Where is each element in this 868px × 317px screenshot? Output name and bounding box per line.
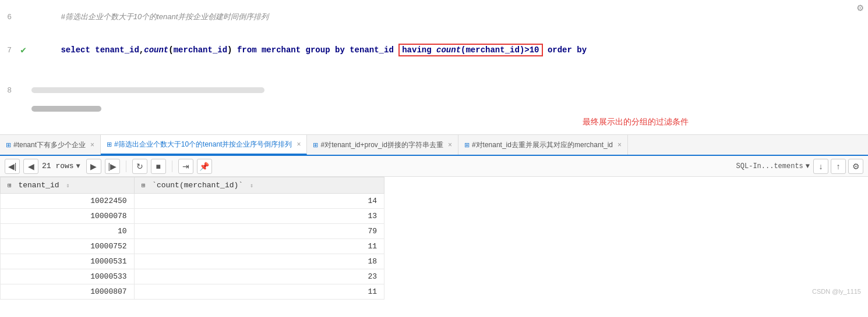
result-table: ⊞ tenant_id ⇕ ⊞ `count(merchant_id)` ⇕ 1…: [0, 177, 384, 300]
bookmark-button[interactable]: 📌: [197, 159, 212, 174]
table-row[interactable]: 1002245014: [1, 194, 384, 209]
paren1: (: [168, 45, 173, 55]
pin-button[interactable]: ⇥: [178, 159, 193, 174]
number-10: 10: [530, 45, 539, 55]
keyword-by: by: [335, 45, 350, 55]
cell-count-6: 11: [134, 284, 384, 300]
having-clause: having count(merchant_id)>10: [398, 44, 542, 56]
table-row[interactable]: 1000007813: [1, 209, 384, 224]
tab-1-icon: ⊞: [107, 141, 112, 148]
toolbar-right-icons: ↓ ↑ ⚙: [813, 159, 863, 174]
watermark: CSDN @ly_1115: [812, 288, 861, 295]
line-number-8: 8: [0, 86, 17, 95]
col-header-count[interactable]: ⊞ `count(merchant_id)` ⇕: [134, 177, 384, 194]
nav-last-button[interactable]: |▶: [105, 159, 120, 174]
keyword-select: select: [61, 45, 95, 55]
nav-prev-button[interactable]: ◀: [23, 159, 38, 174]
cell-count-4: 18: [134, 254, 384, 269]
tab-2-icon: ⊞: [313, 141, 318, 149]
tab-0-close[interactable]: ×: [90, 141, 94, 149]
nav-next-button[interactable]: ▶: [86, 159, 101, 174]
tab-2-label: #对tenant_id+prov_id拼接的字符串去重: [320, 140, 443, 150]
rows-count-text: 21 rows: [42, 162, 74, 170]
cell-tenant-id-2: 10: [1, 224, 135, 239]
tab-2-close[interactable]: ×: [448, 141, 452, 149]
annotation-area: 最终展示出的分组的过滤条件: [0, 114, 868, 134]
toolbar-sep-2: [172, 161, 172, 172]
tab-3-label: #对tenant_id去重并展示其对应的merchant_id: [472, 140, 613, 150]
line-content-8: [29, 67, 868, 113]
rows-count-badge: 21 rows ▼: [42, 162, 80, 170]
line-number-7: 7: [0, 46, 17, 55]
refresh-button[interactable]: ↻: [132, 159, 147, 174]
stop-button[interactable]: ■: [151, 159, 166, 174]
sql-label: SQL-In...tements ▼: [736, 162, 810, 170]
col-icon-count: ⊞: [142, 182, 146, 189]
table-merchant: merchant: [262, 45, 306, 55]
table-row[interactable]: 1000075211: [1, 239, 384, 254]
code-line-8: 8: [0, 66, 868, 114]
download-button[interactable]: ↓: [813, 159, 828, 174]
result-tabs: ⊞ #tenant下有多少个企业 × ⊞ #筛选出企业个数大于10个的tenan…: [0, 135, 868, 156]
check-icon: ✔: [20, 44, 26, 56]
comma1: ,: [139, 45, 144, 55]
horizontal-scrollbar[interactable]: [31, 87, 264, 93]
paren2: ): [227, 45, 237, 55]
sql-label-arrow[interactable]: ▼: [806, 162, 810, 170]
line-content-7[interactable]: select tenant_id,count(merchant_id) from…: [29, 35, 868, 65]
code-line-7: 7 ✔ select tenant_id,count(merchant_id) …: [0, 34, 868, 66]
cell-tenant-id-0: 10022450: [1, 194, 135, 209]
code-editor: 6 #筛选出企业个数大于10个的tenant并按企业创建时间倒序排列 7 ✔ s…: [0, 0, 868, 135]
table-row[interactable]: 1000053118: [1, 254, 384, 269]
cell-count-3: 11: [134, 239, 384, 254]
keyword-order: order by: [543, 45, 587, 55]
tab-2[interactable]: ⊞ #对tenant_id+prov_id拼接的字符串去重 ×: [307, 135, 458, 155]
cell-count-2: 79: [134, 224, 384, 239]
keyword-group: group: [306, 45, 335, 55]
rows-dropdown-arrow[interactable]: ▼: [76, 162, 80, 170]
toolbar-sep-1: [126, 161, 126, 172]
col-header-tenant-id[interactable]: ⊞ tenant_id ⇕: [1, 177, 135, 194]
line-content-6[interactable]: #筛选出企业个数大于10个的tenant并按企业创建时间倒序排列: [29, 1, 868, 33]
sql-label-text: SQL-In...tements: [736, 162, 803, 170]
col-label-tenant-id: tenant_id: [18, 181, 59, 190]
col-label-count: `count(merchant_id)`: [152, 181, 243, 190]
cell-count-0: 14: [134, 194, 384, 209]
field-tenant-id: tenant_id: [95, 45, 139, 55]
field-tenant-id-2: tenant_id: [350, 45, 398, 55]
keyword-having: having: [402, 45, 436, 55]
col-icon-tenant-id: ⊞: [8, 182, 12, 189]
editor-settings-icon[interactable]: ⚙: [857, 1, 863, 14]
tab-3[interactable]: ⊞ #对tenant_id去重并展示其对应的merchant_id ×: [458, 135, 628, 155]
field-merchant-id-2: merchant_id: [465, 45, 519, 55]
nav-first-button[interactable]: ◀|: [5, 159, 20, 174]
comment-6: #筛选出企业个数大于10个的tenant并按企业创建时间倒序排列: [61, 12, 269, 21]
tab-3-icon: ⊞: [464, 141, 470, 149]
tab-0[interactable]: ⊞ #tenant下有多少个企业 ×: [0, 135, 101, 155]
scrollbar-thumb[interactable]: [31, 106, 101, 112]
annotation-text: 最终展示出的分组的过滤条件: [583, 117, 689, 127]
tab-0-label: #tenant下有多少个企业: [13, 140, 86, 150]
line-number-6: 6: [0, 13, 17, 22]
cell-tenant-id-3: 10000752: [1, 239, 135, 254]
cell-count-5: 23: [134, 269, 384, 284]
tab-1[interactable]: ⊞ #筛选出企业个数大于10个的tenant并按企业序号倒序排列 ×: [101, 135, 307, 155]
cell-tenant-id-1: 10000078: [1, 209, 135, 224]
result-toolbar: ◀| ◀ 21 rows ▼ ▶ |▶ ↻ ■ ⇥ 📌 SQL-In...tem…: [0, 156, 868, 177]
table-row[interactable]: 1000053323: [1, 269, 384, 284]
result-table-container: ⊞ tenant_id ⇕ ⊞ `count(merchant_id)` ⇕ 1…: [0, 177, 868, 300]
settings-button[interactable]: ⚙: [848, 159, 863, 174]
code-line-6: 6 #筛选出企业个数大于10个的tenant并按企业创建时间倒序排列: [0, 0, 868, 34]
field-merchant-id-1: merchant_id: [174, 45, 227, 55]
tab-3-close[interactable]: ×: [618, 141, 622, 149]
cell-tenant-id-5: 10000533: [1, 269, 135, 284]
table-row[interactable]: 1079: [1, 224, 384, 239]
sort-icon-count[interactable]: ⇕: [250, 183, 253, 189]
tab-1-close[interactable]: ×: [297, 140, 301, 148]
table-header-row: ⊞ tenant_id ⇕ ⊞ `count(merchant_id)` ⇕: [1, 177, 384, 194]
fn-count-1: count: [144, 45, 168, 55]
table-row[interactable]: 1000080711: [1, 284, 384, 300]
sort-icon-tenant-id[interactable]: ⇕: [66, 183, 69, 189]
upload-button[interactable]: ↑: [831, 159, 846, 174]
paren4: )>: [520, 45, 530, 55]
